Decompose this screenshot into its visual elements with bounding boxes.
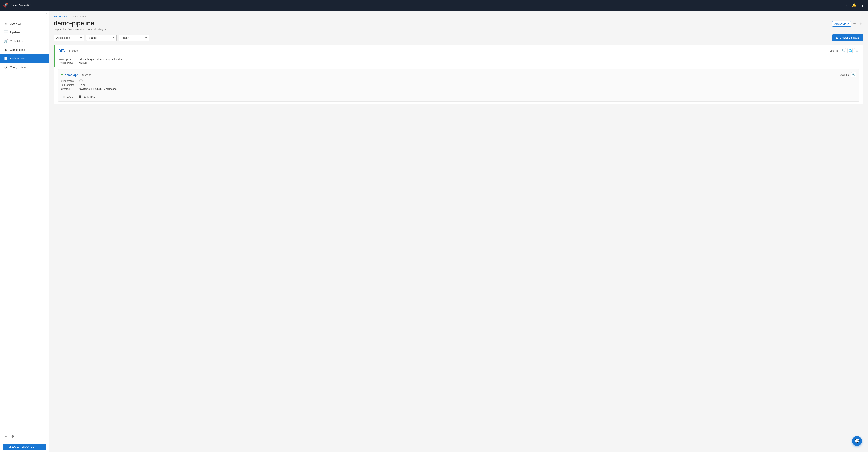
create-resource-button[interactable]: + CREATE RESOURCE [3, 444, 46, 450]
stage-card: DEV (in-cluster) Open In: 🔧 🌐 📋 Namespac… [54, 45, 864, 104]
terminal-label: TERMINAL [83, 95, 95, 98]
breadcrumb-separator: / [70, 15, 71, 18]
app-header: ♥ demo-app build/NaN Open In: 🔧 [61, 72, 856, 78]
edit-icon-button[interactable]: ✏ [4, 434, 8, 439]
stage-namespace-row: Namespace: edp-delivery-ms-dev-demo-pipe… [59, 58, 860, 61]
sidebar-item-pipelines[interactable]: 📊 Pipelines [0, 28, 49, 37]
notification-button[interactable]: 🔔 [851, 2, 857, 8]
health-filter[interactable]: Health [119, 35, 149, 41]
app-health-icon: ♥ [61, 73, 63, 77]
stage-open-in: Open In: 🔧 🌐 📋 [830, 48, 860, 53]
app-promote-row: To promote: False [61, 84, 856, 86]
sidebar-collapse-button[interactable]: ‹ [45, 12, 47, 16]
create-stage-label: CREATE STAGE [840, 36, 860, 39]
breadcrumb-environments-link[interactable]: Environments [54, 15, 69, 18]
breadcrumb-current: demo-pipeline [72, 15, 87, 18]
app-card: ♥ demo-app build/NaN Open In: 🔧 Sync sta… [58, 69, 860, 102]
pipelines-icon: 📊 [4, 30, 7, 34]
edit-icon: ✏ [4, 434, 7, 439]
create-stage-button[interactable]: ⊞ CREATE STAGE [832, 34, 864, 41]
app-sync-row: Sync status: [61, 79, 856, 82]
sidebar-toggle-area: ‹ [0, 10, 49, 18]
chat-icon: 💬 [855, 439, 860, 444]
environments-icon: ☰ [4, 56, 7, 61]
app-created-row: Created: 07/10/2024 13:05:33 (5 hours ag… [61, 88, 856, 90]
more-button[interactable]: ⋮ [860, 2, 865, 8]
components-icon: ◈ [4, 48, 7, 52]
sidebar-label-configuration: Configuration [10, 66, 26, 69]
navbar: 🚀 KubeRocketCI ℹ 🔔 ⋮ [0, 0, 868, 10]
stage-header-left: DEV (in-cluster) [59, 49, 79, 53]
page-subtitle: Inspect the Environment and operate stag… [54, 28, 106, 31]
page-header-text: demo-pipeline Inspect the Environment an… [54, 20, 106, 31]
stage-open-icon-3[interactable]: 📋 [854, 48, 860, 53]
logs-label: LOGS [67, 95, 73, 98]
page-header: demo-pipeline Inspect the Environment an… [54, 20, 864, 31]
sidebar-nav: ⊞ Overview 📊 Pipelines 🛒 Marketplace ◈ C… [0, 18, 49, 431]
app-actions: 📋 LOGS ⬛ TERMINAL [61, 93, 856, 99]
create-stage-icon: ⊞ [836, 36, 838, 39]
stage-open-icon-1[interactable]: 🔧 [841, 48, 846, 53]
edit-environment-button[interactable]: ✏ [853, 21, 857, 27]
stage-trigger-row: Trigger Type: Manual [59, 61, 860, 64]
filters-bar: Applications Stages Health ⊞ CREATE STAG… [54, 34, 864, 41]
app-open-in: Open In: 🔧 [840, 72, 856, 78]
page-title: demo-pipeline [54, 20, 106, 27]
app-name[interactable]: demo-app [65, 73, 79, 77]
info-button[interactable]: ℹ [845, 2, 848, 8]
app-open-in-label: Open In: [840, 73, 849, 76]
sidebar-label-marketplace: Marketplace [10, 39, 24, 42]
sidebar-label-environments: Environments [10, 57, 26, 60]
created-label: Created: [61, 88, 78, 90]
more-icon: ⋮ [861, 3, 864, 7]
overview-icon: ⊞ [4, 22, 7, 26]
promote-value: False [80, 84, 86, 86]
stage-name[interactable]: DEV [59, 49, 65, 53]
sidebar-item-marketplace[interactable]: 🛒 Marketplace [0, 37, 49, 46]
bell-icon: 🔔 [852, 3, 856, 7]
applications-filter[interactable]: Applications [54, 35, 84, 41]
navbar-actions: ℹ 🔔 ⋮ [845, 2, 865, 8]
argo-cd-button[interactable]: ARGO CD ↗ [832, 21, 851, 27]
breadcrumb: Environments / demo-pipeline [54, 15, 864, 18]
sync-status-indicator [80, 79, 83, 82]
delete-environment-icon: 🗑 [859, 22, 863, 26]
chat-assistant-button[interactable]: 💬 [852, 436, 862, 446]
sidebar-label-pipelines: Pipelines [10, 31, 21, 34]
stages-filter[interactable]: Stages [86, 35, 117, 41]
sidebar-item-configuration[interactable]: ⚙ Configuration [0, 63, 49, 71]
brand: 🚀 KubeRocketCI [3, 3, 32, 8]
argo-cd-link-icon: ↗ [847, 23, 849, 25]
open-logs-button[interactable]: 📋 LOGS [61, 95, 75, 99]
app-open-icon[interactable]: 🔧 [851, 72, 856, 78]
stage-open-icon-2[interactable]: 🌐 [847, 48, 853, 53]
argo-cd-label: ARGO CD [835, 23, 846, 25]
open-terminal-button[interactable]: ⬛ TERMINAL [77, 95, 96, 99]
settings-icon-button[interactable]: ⚙ [10, 434, 15, 439]
logs-icon: 📋 [62, 95, 65, 98]
stage-header: DEV (in-cluster) Open In: 🔧 🌐 📋 [54, 45, 863, 56]
app-header-left: ♥ demo-app build/NaN [61, 73, 91, 77]
header-actions: ARGO CD ↗ ✏ 🗑 [832, 21, 864, 27]
configuration-icon: ⚙ [4, 65, 7, 69]
marketplace-icon: 🛒 [4, 39, 7, 43]
app-build: build/NaN [82, 73, 91, 76]
stage-type-badge: (in-cluster) [68, 50, 79, 52]
delete-environment-button[interactable]: 🗑 [859, 21, 864, 27]
info-icon: ℹ [846, 3, 847, 7]
sidebar-item-components[interactable]: ◈ Components [0, 46, 49, 54]
rocket-icon: 🚀 [3, 3, 8, 8]
stage-meta: Namespace: edp-delivery-ms-dev-demo-pipe… [54, 56, 863, 67]
main-content: Environments / demo-pipeline demo-pipeli… [49, 10, 868, 452]
sidebar-item-overview[interactable]: ⊞ Overview [0, 19, 49, 28]
create-resource-label: + CREATE RESOURCE [6, 445, 34, 448]
sidebar-item-environments[interactable]: ☰ Environments [0, 54, 49, 63]
edit-environment-icon: ✏ [854, 22, 856, 26]
trigger-label: Trigger Type: [59, 61, 78, 64]
sync-label: Sync status: [61, 80, 78, 82]
sidebar-label-components: Components [10, 48, 25, 51]
namespace-label: Namespace: [59, 58, 78, 61]
sidebar-bottom: ✏ ⚙ [0, 431, 49, 442]
promote-label: To promote: [61, 84, 78, 86]
brand-label: KubeRocketCI [10, 3, 32, 7]
